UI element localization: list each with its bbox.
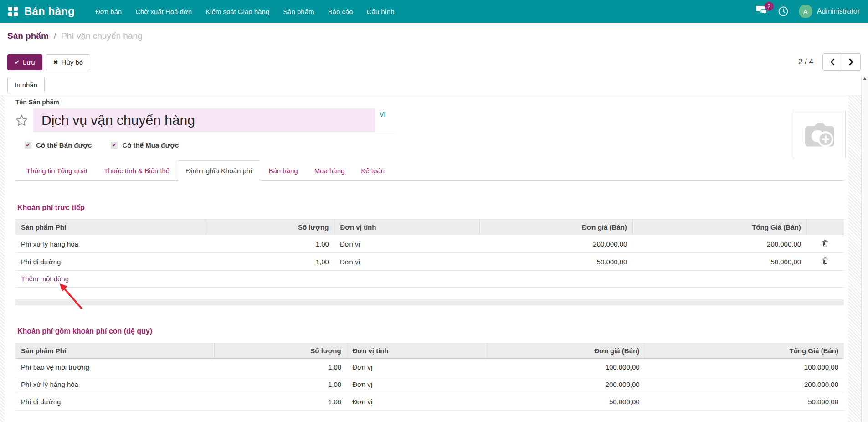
breadcrumb-current: Phí vận chuyển hàng [61,31,143,41]
table-cell[interactable]: 200.000,00 [645,376,844,393]
table-row[interactable]: Phí bảo vệ môi trường1,00Đơn vị100.000,0… [15,359,844,376]
table-cell[interactable]: 1,00 [214,393,347,411]
main-menu: Đơn bánChờ xuất Hoá đơnKiểm soát Giao hà… [88,4,401,20]
table-cell[interactable]: Đơn vị [347,359,488,376]
sheet-background: Tên Sản phẩm Dịch vụ vận chuyển hàng VI … [0,95,868,422]
apps-grid-icon[interactable] [8,7,18,16]
print-label-button[interactable]: In nhãn [7,77,45,93]
column-header[interactable]: Đơn giá (Bán) [488,343,645,359]
add-line-link[interactable]: Thêm một dòng [21,275,69,283]
user-menu[interactable]: A Administrator [799,5,860,18]
column-header[interactable]: Tổng Giá (Bán) [645,343,844,359]
checkbox-item[interactable]: ✔Có thể Bán được [25,141,92,149]
table-header-row: Sản phẩm PhíSố lượngĐơn vị tínhĐơn giá (… [15,343,844,359]
scrollbar-up-arrow-icon[interactable] [863,77,867,80]
empty-new-row-band [15,299,844,305]
user-name: Administrator [817,7,860,15]
favorite-star-icon[interactable] [15,108,33,132]
table-cell[interactable]: 1,00 [206,253,334,271]
table-row[interactable]: Phí đi đường1,00Đơn vị50.000,0050.000,00 [15,253,844,271]
table-cell[interactable]: 1,00 [214,376,347,393]
pager-previous-button[interactable] [823,54,842,70]
x-icon: ✖ [53,59,58,66]
column-header[interactable]: Số lượng [214,343,347,359]
nav-menu-item[interactable]: Đơn bán [88,4,128,20]
fee-section: Khoản phí trực tiếpSản phẩm PhíSố lượngĐ… [15,204,844,305]
column-header[interactable]: Đơn vị tính [334,220,479,235]
checkbox-check-icon: ✔ [111,142,118,149]
chevron-left-icon [829,58,836,66]
table-cell[interactable]: Đơn vị [334,235,479,253]
table-cell[interactable]: Phí bảo vệ môi trường [15,359,214,376]
table-cell[interactable]: 50.000,00 [479,253,632,271]
tab[interactable]: Mua hàng [306,160,353,181]
product-name-label: Tên Sản phẩm [15,98,844,106]
column-header[interactable]: Đơn vị tính [347,343,488,359]
table-row[interactable]: Phí đi đường1,00Đơn vị50.000,0050.000,00 [15,393,844,411]
table-cell[interactable]: Đơn vị [347,376,488,393]
checkbox-label: Có thể Bán được [36,141,92,149]
table-cell[interactable]: 1,00 [206,235,334,253]
product-image-placeholder[interactable] [794,110,846,159]
save-button[interactable]: ✔ Lưu [7,54,42,70]
tab[interactable]: Định nghĩa Khoản phí [178,160,260,181]
discard-button[interactable]: ✖ Hủy bỏ [46,54,90,70]
chat-icon[interactable]: 2 [756,6,768,17]
column-header[interactable]: Số lượng [206,220,334,235]
tab[interactable]: Thuộc tính & Biến thể [96,160,178,181]
column-header[interactable]: Sản phẩm Phí [15,220,206,235]
tab[interactable]: Thông tin Tổng quát [18,160,96,181]
messages-count-badge: 2 [765,2,774,11]
tab[interactable]: Bán hàng [260,160,306,181]
table-cell[interactable]: 200.000,00 [479,235,632,253]
column-header[interactable]: Tổng Giá (Bán) [632,220,806,235]
delete-row-button[interactable] [806,235,844,253]
checkbox-label: Có thể Mua được [122,141,179,149]
pager-count: 2 / 4 [798,57,813,67]
table-cell[interactable]: 1,00 [214,359,347,376]
product-name-input[interactable]: Dịch vụ vận chuyển hàng [33,108,375,132]
table-cell[interactable]: 50.000,00 [632,253,806,271]
delete-column-header [806,220,844,235]
table-cell[interactable]: Đơn vị [347,393,488,411]
nav-menu-item[interactable]: Sản phẩm [276,4,321,20]
form-scroll-area: In nhãn Tên Sản phẩm Dịch vụ vận chuyển … [0,75,868,422]
checkbox-check-icon: ✔ [25,142,31,149]
delete-row-button[interactable] [806,253,844,271]
table-cell[interactable]: 50.000,00 [645,393,844,411]
table-row[interactable]: Phí xử lý hàng hóa1,00Đơn vị200.000,0020… [15,235,844,253]
table-cell[interactable]: 100.000,00 [645,359,844,376]
nav-menu-item[interactable]: Kiểm soát Giao hàng [199,4,276,20]
breadcrumb-parent-link[interactable]: Sản phẩm [7,31,49,41]
fee-table: Sản phẩm PhíSố lượngĐơn vị tínhĐơn giá (… [15,343,844,411]
table-cell[interactable]: Phí đi đường [15,253,206,271]
app-title[interactable]: Bán hàng [24,5,75,18]
table-cell[interactable]: Đơn vị [334,253,479,271]
table-cell[interactable]: 200.000,00 [488,376,645,393]
sale-purchase-checkboxes: ✔Có thể Bán được✔Có thể Mua được [25,141,844,149]
pager-next-button[interactable] [842,54,860,70]
table-cell[interactable]: 50.000,00 [488,393,645,411]
avatar: A [799,5,812,18]
nav-menu-item[interactable]: Báo cáo [321,4,360,20]
activities-clock-icon[interactable] [778,6,789,17]
checkbox-item[interactable]: ✔Có thể Mua được [111,141,179,149]
table-cell[interactable]: Phí xử lý hàng hóa [15,376,214,393]
column-header[interactable]: Sản phẩm Phí [15,343,214,359]
table-row[interactable]: Phí xử lý hàng hóa1,00Đơn vị200.000,0020… [15,376,844,393]
vertical-scrollbar[interactable] [861,75,868,422]
check-icon: ✔ [15,59,20,66]
column-header[interactable]: Đơn giá (Bán) [479,220,632,235]
translation-language-badge[interactable]: VI [375,108,394,132]
table-cell[interactable]: Phí đi đường [15,393,214,411]
fee-sections: Khoản phí trực tiếpSản phẩm PhíSố lượngĐ… [15,204,844,411]
breadcrumb-separator: / [54,31,56,41]
product-name-row: Dịch vụ vận chuyển hàng VI [15,108,844,132]
nav-menu-item[interactable]: Cấu hình [360,4,401,20]
table-cell[interactable]: Phí xử lý hàng hóa [15,235,206,253]
table-cell[interactable]: 200.000,00 [632,235,806,253]
tab[interactable]: Kế toán [353,160,393,181]
table-cell[interactable]: 100.000,00 [488,359,645,376]
nav-menu-item[interactable]: Chờ xuất Hoá đơn [128,4,199,20]
camera-add-photo-icon [801,118,838,151]
